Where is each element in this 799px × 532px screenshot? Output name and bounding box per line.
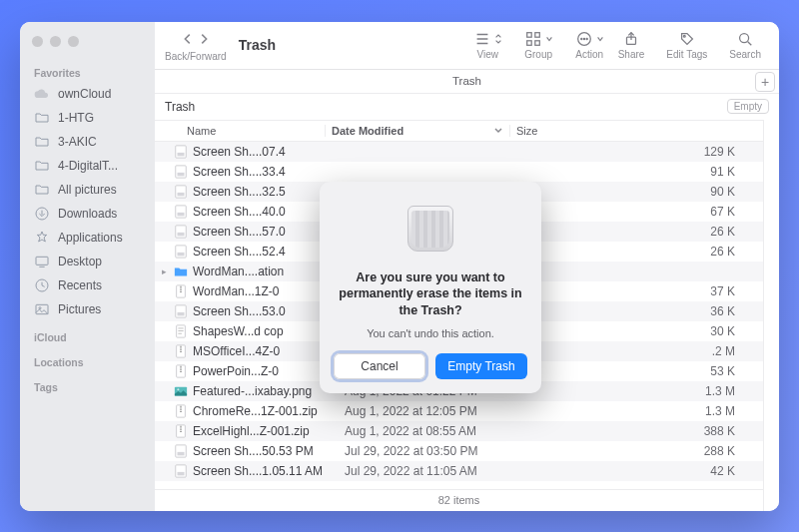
table-row[interactable]: ChromeRe...1Z-001.zipAug 1, 2022 at 12:0… — [155, 401, 763, 421]
action-menu[interactable]: Action — [575, 30, 604, 60]
file-size: 42 K — [523, 464, 763, 478]
location-row: Trash Empty — [155, 94, 779, 120]
svg-rect-10 — [526, 33, 531, 38]
empty-trash-pill[interactable]: Empty — [727, 99, 769, 114]
edit-tags-button[interactable]: Edit Tags — [666, 30, 707, 60]
svg-rect-30 — [178, 212, 185, 216]
cloud-icon — [34, 86, 50, 102]
sidebar-item-4-digitalt-[interactable]: 4-DigitalT... — [20, 154, 155, 178]
sidebar-section-tags: Tags — [20, 371, 155, 396]
close-traffic-light[interactable] — [32, 36, 43, 47]
file-name: Screen Sh....50.53 PM — [193, 444, 339, 458]
sidebar-item-label: 3-AKIC — [58, 135, 97, 149]
forward-button[interactable] — [197, 32, 211, 46]
file-size: 1.3 M — [523, 384, 763, 398]
file-icon — [173, 264, 189, 279]
path-bar: Trash + — [155, 70, 779, 94]
back-forward-label: Back/Forward — [165, 51, 227, 62]
file-name: ShapesW...d cop — [193, 324, 339, 338]
file-size: 388 K — [523, 424, 763, 438]
file-name: WordMan...1Z-0 — [193, 284, 339, 298]
sidebar-section-icloud: iCloud — [20, 321, 155, 346]
svg-rect-34 — [178, 252, 185, 256]
folder-icon — [34, 158, 50, 174]
file-name: Screen Sh....53.0 — [193, 304, 339, 318]
file-icon — [173, 204, 189, 220]
file-size: 36 K — [523, 304, 763, 318]
file-name: Screen Sh....32.5 — [193, 185, 339, 199]
window-controls — [20, 30, 155, 57]
empty-trash-button[interactable]: Empty Trash — [435, 353, 527, 379]
apps-icon — [34, 230, 50, 246]
svg-point-16 — [583, 38, 584, 39]
sidebar-item-all-pictures[interactable]: All pictures — [20, 178, 155, 202]
dialog-subtext: You can't undo this action. — [334, 327, 527, 339]
file-icon — [173, 323, 189, 339]
column-size[interactable]: Size — [509, 125, 763, 137]
sidebar-item-recents[interactable]: Recents — [20, 273, 155, 297]
sidebar-item-applications[interactable]: Applications — [20, 226, 155, 250]
path-location[interactable]: Trash — [452, 75, 481, 87]
back-forward-group: Back/Forward — [165, 28, 227, 62]
status-bar: 82 items — [155, 489, 763, 511]
svg-rect-41 — [178, 330, 183, 331]
group-menu[interactable]: Group — [524, 30, 553, 60]
file-size: 288 K — [523, 444, 763, 458]
minimize-traffic-light[interactable] — [50, 36, 61, 47]
file-size: 37 K — [523, 284, 763, 298]
file-icon — [173, 283, 189, 299]
sidebar-item-pictures[interactable]: Pictures — [20, 297, 155, 321]
svg-rect-26 — [178, 172, 185, 176]
sidebar-item-label: Recents — [58, 278, 102, 292]
folder-icon — [34, 134, 50, 150]
file-icon — [173, 164, 189, 180]
sidebar: Favorites ownCloud1-HTG3-AKIC4-DigitalT.… — [20, 22, 155, 511]
back-button[interactable] — [181, 32, 195, 46]
svg-rect-12 — [526, 41, 531, 46]
file-name: Screen Sh....33.4 — [193, 165, 339, 179]
svg-rect-42 — [178, 332, 182, 333]
sidebar-item-3-akic[interactable]: 3-AKIC — [20, 130, 155, 154]
view-switch[interactable]: View — [473, 30, 502, 60]
file-icon — [173, 443, 189, 459]
search-button[interactable]: Search — [729, 30, 761, 60]
cancel-button[interactable]: Cancel — [334, 353, 425, 379]
finder-window: Favorites ownCloud1-HTG3-AKIC4-DigitalT.… — [20, 22, 779, 511]
column-name[interactable]: Name — [155, 125, 325, 137]
svg-point-21 — [740, 34, 749, 43]
svg-point-48 — [177, 388, 179, 390]
svg-rect-40 — [178, 327, 183, 328]
column-date-modified[interactable]: Date Modified — [325, 125, 509, 137]
sidebar-item-desktop[interactable]: Desktop — [20, 250, 155, 273]
sidebar-item-owncloud[interactable]: ownCloud — [20, 82, 155, 106]
desktop-icon — [34, 254, 50, 269]
sort-indicator-icon — [493, 125, 503, 137]
file-icon — [173, 184, 189, 200]
disclosure-triangle-icon[interactable]: ▸ — [155, 266, 173, 276]
table-row[interactable]: ExcelHighl...Z-001.zipAug 1, 2022 at 08:… — [155, 421, 763, 441]
add-tab-button[interactable]: + — [755, 72, 775, 92]
table-row[interactable]: Screen Sh....07.4129 K — [155, 142, 763, 162]
file-size: 129 K — [523, 145, 763, 159]
file-icon — [173, 463, 189, 479]
share-button[interactable]: Share — [618, 30, 645, 60]
table-row[interactable]: Screen Sh....33.491 K — [155, 162, 763, 182]
sidebar-item-1-htg[interactable]: 1-HTG — [20, 106, 155, 130]
file-size: 53 K — [523, 364, 763, 378]
sidebar-item-downloads[interactable]: Downloads — [20, 202, 155, 226]
svg-point-6 — [39, 306, 41, 308]
sidebar-item-label: Applications — [58, 231, 123, 245]
sidebar-item-label: 4-DigitalT... — [58, 159, 118, 173]
sidebar-item-label: 1-HTG — [58, 111, 94, 125]
file-icon — [173, 343, 189, 359]
file-date: Jul 29, 2022 at 03:50 PM — [339, 444, 523, 458]
file-icon — [173, 224, 189, 240]
svg-rect-11 — [534, 33, 539, 38]
file-date: Aug 1, 2022 at 08:55 AM — [339, 424, 523, 438]
zoom-traffic-light[interactable] — [68, 36, 79, 47]
table-row[interactable]: Screen Sh....50.53 PMJul 29, 2022 at 03:… — [155, 441, 763, 461]
pictures-icon — [34, 301, 50, 317]
table-row[interactable]: Screen Sh....1.05.11 AMJul 29, 2022 at 1… — [155, 461, 763, 481]
svg-rect-56 — [178, 471, 185, 475]
svg-rect-13 — [534, 41, 539, 46]
